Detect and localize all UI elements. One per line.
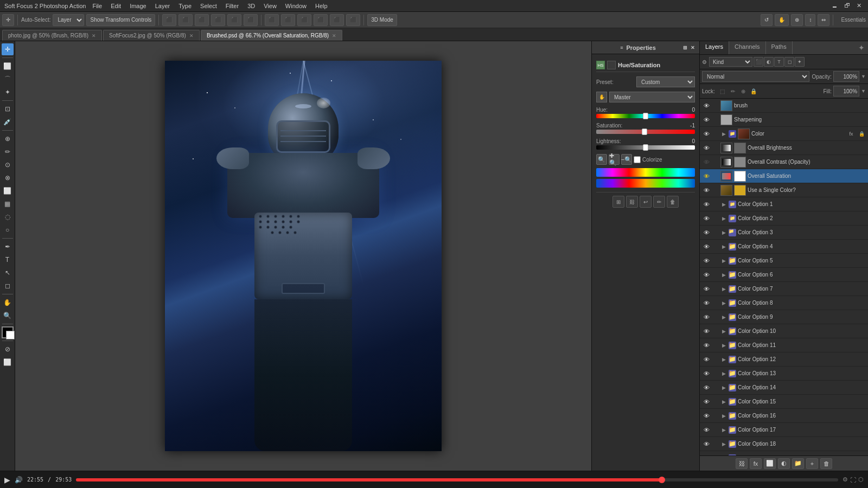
layer-co9-vis[interactable]: 👁 bbox=[702, 313, 711, 322]
layer-color-expand[interactable]: ▶ bbox=[720, 131, 727, 137]
layer-co14-vis[interactable]: 👁 bbox=[702, 383, 711, 392]
tab-channels[interactable]: Channels bbox=[729, 41, 765, 54]
lock-all-icon[interactable]: 🔒 bbox=[749, 87, 758, 95]
channel-eyedropper[interactable]: ✋ bbox=[596, 92, 607, 102]
tl-fullscreen-btn[interactable]: ⛶ bbox=[850, 477, 856, 483]
opacity-arrow[interactable]: ▼ bbox=[861, 74, 866, 79]
filter-pixel-icon[interactable]: ⬛ bbox=[754, 57, 763, 67]
layer-color-lock-icon[interactable]: 🔒 bbox=[857, 130, 866, 138]
layer-co12-expand[interactable]: ▶ bbox=[720, 356, 727, 363]
show-transform-btn[interactable]: Show Transform Controls bbox=[86, 14, 155, 26]
distribute-bottom-btn[interactable]: ⬛ bbox=[346, 14, 360, 26]
layer-co12-vis[interactable]: 👁 bbox=[702, 355, 711, 364]
layer-co5-expand[interactable]: ▶ bbox=[720, 258, 727, 264]
hue-slider-thumb[interactable] bbox=[643, 113, 648, 119]
layer-co4-vis[interactable]: 👁 bbox=[702, 242, 711, 251]
layer-color-vis[interactable]: 👁 bbox=[702, 130, 711, 138]
layer-color-option-11[interactable]: 👁 ▶ 📁 Color Option 11 bbox=[700, 338, 868, 352]
wand-tool[interactable]: ✦ bbox=[2, 86, 14, 98]
layer-co3-expand[interactable]: ▶ bbox=[720, 229, 727, 236]
eyedropper-tool[interactable]: 💉 bbox=[2, 116, 14, 128]
layer-co17-vis[interactable]: 👁 bbox=[702, 426, 711, 434]
filter-shape-icon[interactable]: ◻ bbox=[784, 57, 794, 67]
gradient-tool[interactable]: ▦ bbox=[2, 198, 14, 210]
menu-edit[interactable]: Edit bbox=[111, 3, 121, 9]
move-tool-btn[interactable]: ✛ bbox=[2, 14, 14, 26]
layer-co6-expand[interactable]: ▶ bbox=[720, 272, 727, 278]
filter-adj-icon[interactable]: ◐ bbox=[764, 57, 774, 67]
crop-tool[interactable]: ⊡ bbox=[2, 103, 14, 115]
menu-3d[interactable]: 3D bbox=[247, 3, 255, 9]
tab-brushed[interactable]: Brushed.psd @ 66.7% (Overall Saturation,… bbox=[201, 30, 342, 41]
tab-paths[interactable]: Paths bbox=[766, 41, 793, 54]
distribute-top-btn[interactable]: ⬛ bbox=[314, 14, 328, 26]
shape-tool[interactable]: ◻ bbox=[2, 280, 14, 292]
path-select-tool[interactable]: ↖ bbox=[2, 267, 14, 279]
fill-arrow[interactable]: ▼ bbox=[861, 88, 866, 94]
layer-color-option-4[interactable]: 👁 ▶ 📁 Color Option 4 bbox=[700, 240, 868, 254]
lock-artboard-icon[interactable]: ⊕ bbox=[739, 87, 748, 95]
align-center-btn[interactable]: ⬛ bbox=[178, 14, 193, 26]
distribute-left-btn[interactable]: ⬛ bbox=[265, 14, 279, 26]
layer-single-color[interactable]: 👁 Use a Single Color? bbox=[700, 183, 868, 197]
layers-list[interactable]: 👁 brush 👁 Sharpening 👁 ▶ 📁 Color bbox=[700, 99, 868, 455]
layer-co18-vis[interactable]: 👁 bbox=[702, 440, 711, 448]
layer-color-option-16[interactable]: 👁 ▶ 📁 Color Option 16 bbox=[700, 409, 868, 423]
zoom-tool[interactable]: 🔍 bbox=[2, 310, 14, 322]
layer-co7-vis[interactable]: 👁 bbox=[702, 285, 711, 293]
maximize-icon[interactable]: 🗗 bbox=[844, 2, 850, 9]
auto-select-dropdown[interactable]: Layer Group bbox=[53, 14, 84, 26]
menu-window[interactable]: Window bbox=[285, 3, 307, 9]
tab-photo[interactable]: photo.jpg @ 50% (Brush, RGB/8) ✕ bbox=[2, 30, 102, 41]
layer-sharpening[interactable]: 👁 Sharpening bbox=[700, 113, 868, 127]
prop-add-btn[interactable]: ⊞ bbox=[612, 196, 624, 208]
lock-transparent-icon[interactable]: ⬚ bbox=[718, 87, 727, 95]
prop-delete-btn[interactable]: 🗑 bbox=[667, 196, 679, 208]
layer-co13-vis[interactable]: 👁 bbox=[702, 369, 711, 378]
menu-select[interactable]: Select bbox=[200, 3, 217, 9]
brush-tool[interactable]: ✏ bbox=[2, 146, 14, 158]
layers-new-btn[interactable]: + bbox=[806, 458, 818, 469]
tab-softfocus2-close[interactable]: ✕ bbox=[189, 33, 194, 38]
rotate-3d-btn[interactable]: ↺ bbox=[761, 14, 773, 26]
menu-image[interactable]: Image bbox=[130, 3, 146, 9]
hue-slider-track[interactable] bbox=[596, 114, 695, 118]
preset-select[interactable]: Custom Default bbox=[636, 76, 695, 87]
layer-co5-vis[interactable]: 👁 bbox=[702, 256, 711, 265]
layer-brush[interactable]: 👁 brush bbox=[700, 99, 868, 113]
align-right-btn[interactable]: ⬛ bbox=[195, 14, 209, 26]
sat-slider-thumb[interactable] bbox=[642, 129, 647, 135]
layer-co10-vis[interactable]: 👁 bbox=[702, 327, 711, 336]
layer-color-option-1[interactable]: 👁 ▶ 📁 Color Option 1 bbox=[700, 197, 868, 211]
opacity-input[interactable] bbox=[833, 71, 859, 82]
layer-co4-expand[interactable]: ▶ bbox=[720, 243, 727, 250]
filter-type-icon[interactable]: T bbox=[774, 57, 784, 67]
layer-co13-expand[interactable]: ▶ bbox=[720, 370, 727, 377]
menu-type[interactable]: Type bbox=[178, 3, 192, 9]
layer-color-option-6[interactable]: 👁 ▶ 📁 Color Option 6 bbox=[700, 268, 868, 282]
layer-co11-expand[interactable]: ▶ bbox=[720, 342, 727, 349]
layers-delete-btn[interactable]: 🗑 bbox=[820, 458, 832, 469]
layer-brush-vis[interactable]: 👁 bbox=[702, 101, 711, 110]
layer-color-option-13[interactable]: 👁 ▶ 📁 Color Option 13 bbox=[700, 367, 868, 381]
menu-help[interactable]: Help bbox=[315, 3, 328, 9]
timeline-playhead[interactable] bbox=[659, 477, 665, 483]
layer-co8-expand[interactable]: ▶ bbox=[720, 300, 727, 306]
eyedropper-btn[interactable]: 🔍 bbox=[596, 154, 607, 165]
dodge-tool[interactable]: ○ bbox=[2, 224, 14, 236]
layer-color-option-3[interactable]: 👁 ▶ 📁 Color Option 3 bbox=[700, 226, 868, 240]
hand-tool[interactable]: ✋ bbox=[2, 297, 14, 309]
quick-mask-tool[interactable]: ⊘ bbox=[2, 343, 14, 355]
props-expand-btn[interactable]: ≡ bbox=[620, 45, 623, 50]
align-left-btn[interactable]: ⬛ bbox=[162, 14, 176, 26]
distribute-center-btn[interactable]: ⬛ bbox=[281, 14, 295, 26]
layer-co3-vis[interactable]: 👁 bbox=[702, 228, 711, 237]
tab-brushed-close[interactable]: ✕ bbox=[332, 33, 336, 38]
layer-co1-vis[interactable]: 👁 bbox=[702, 200, 711, 209]
layers-link-btn[interactable]: ⛓ bbox=[736, 458, 748, 469]
minimize-icon[interactable]: 🗕 bbox=[832, 2, 838, 9]
props-menu-btn[interactable]: ⊞ bbox=[683, 45, 687, 50]
history-tool[interactable]: ⊗ bbox=[2, 172, 14, 184]
fill-input[interactable] bbox=[833, 86, 859, 97]
slide-3d-btn[interactable]: ↕ bbox=[805, 14, 815, 26]
